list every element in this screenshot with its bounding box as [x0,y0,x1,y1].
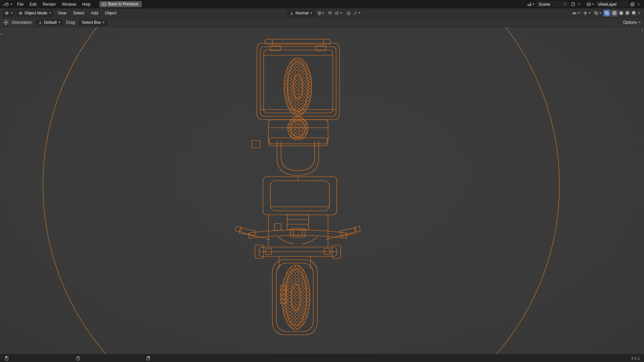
chevron-down-icon [49,12,51,14]
viewport-3d[interactable]: › ‹ [0,27,644,354]
snap-toggle-button[interactable] [326,10,333,16]
mouse-left-hint-icon [5,356,8,361]
orientation-label: Orientation: [12,20,33,25]
mouse-right-hint-icon [147,356,150,361]
close-icon [637,2,641,6]
blender-version: 3.4.1 [631,356,640,361]
topbar-right: Scene ViewLayer [526,1,641,7]
chevron-down-icon [578,12,580,14]
scene-canvas[interactable] [0,27,644,354]
falloff-icon [353,11,357,15]
viewport-header: Object Mode View Select Add Object Norma… [0,8,644,18]
scene-browse-button[interactable] [526,2,535,7]
drag-value: Select Box [82,20,101,25]
shading-solid-button[interactable] [618,10,624,16]
proportional-editing-toggle[interactable] [345,10,352,16]
snap-settings-dropdown[interactable] [333,10,343,16]
statusbar: 3.4.1 [0,354,644,362]
overlays-dropdown[interactable] [593,10,602,16]
shading-settings-dropdown[interactable] [637,10,641,16]
chevron-down-icon [592,4,594,5]
overlays-icon [594,11,598,15]
shading-rendered-icon [632,11,636,15]
toolbar-expand-arrow[interactable]: › [1,31,2,36]
chevron-down-icon [11,12,13,14]
chevron-down-icon [58,22,60,23]
shading-mode-group [611,10,641,16]
orientation-axis-icon [290,11,294,15]
wireframe-motorcycle[interactable] [235,39,360,335]
viewlayer-browse-button[interactable] [586,2,595,7]
object-visibility-dropdown[interactable] [571,10,581,16]
transform-orientation-dropdown[interactable]: Normal [287,10,315,17]
shading-wireframe-button[interactable] [611,10,618,16]
menu-view[interactable]: View [55,10,69,16]
shading-material-button[interactable] [625,10,631,16]
new-file-icon [571,2,575,6]
options-label: Options [623,20,637,25]
gizmos-dropdown[interactable] [582,10,592,16]
drag-label: Drag: [66,20,76,25]
back-to-previous-button[interactable]: Back to Previous [99,1,142,7]
pivot-point-dropdown[interactable] [317,11,324,15]
shading-rendered-button[interactable] [631,10,637,16]
tool-orientation-value: Default [44,20,57,25]
topbar: File Edit Render Window Help Back to Pre… [0,0,644,8]
xray-toggle-button[interactable] [603,10,610,16]
editor-type-button[interactable] [3,10,14,17]
scene-name-value: Scene [539,2,550,7]
remove-viewlayer-button[interactable] [636,2,641,6]
snap-target-icon [334,11,339,15]
drag-dropdown[interactable]: Select Box [79,19,107,26]
chevron-down-icon [10,4,12,5]
chevron-down-icon [103,22,105,23]
options-dropdown[interactable]: Options [623,20,641,25]
chevron-down-icon [322,12,324,14]
snap-controls [326,10,343,16]
object-mode-icon [18,11,23,15]
menu-file[interactable]: File [14,1,26,8]
copy-viewlayer-button[interactable] [630,2,635,7]
mode-label: Object Mode [24,11,47,15]
new-scene-button[interactable] [570,2,576,7]
menu-add[interactable]: Add [88,10,101,16]
viewlayer-name-value: ViewLayer [598,2,617,7]
viewlayer-name-field[interactable]: ViewLayer [596,1,629,7]
tool-settings-bar: Orientation: Default Drag: Select Box Op… [0,18,644,27]
header-right-cluster [571,10,641,16]
editor-type-icon [4,11,9,15]
active-tool-icon[interactable] [3,20,9,25]
menu-render[interactable]: Render [40,1,58,8]
back-to-previous-label: Back to Previous [108,2,139,6]
mode-dropdown[interactable]: Object Mode [16,10,54,17]
shading-material-icon [626,11,630,15]
pin-icon[interactable] [564,2,567,6]
menu-select[interactable]: Select [70,10,87,16]
magnet-icon [327,11,332,15]
tool-orientation-dropdown[interactable]: Default [36,19,63,26]
menu-object[interactable]: Object [102,10,119,16]
close-icon [578,2,581,6]
chevron-down-icon [589,12,591,14]
xray-icon [604,11,609,15]
unlink-scene-button[interactable] [577,2,582,6]
header-center-cluster: Normal [287,10,362,17]
pivot-icon [317,11,322,15]
duplicate-icon [630,2,635,6]
back-icon [102,2,106,6]
proportional-icon [346,11,351,15]
scene-name-field[interactable]: Scene [536,1,569,7]
blender-logo-icon[interactable] [3,2,9,7]
menu-help[interactable]: Help [79,1,93,8]
chevron-down-icon [599,12,601,14]
chevron-down-icon [340,12,342,14]
chevron-down-icon [639,22,641,23]
proportional-controls [345,10,361,16]
sidebar-expand-arrow[interactable]: ‹ [641,28,643,33]
chevron-down-icon [638,12,640,14]
shading-wireframe-icon [612,11,617,15]
transform-orientation-label: Normal [296,11,309,15]
menu-window[interactable]: Window [59,1,79,8]
proportional-falloff-dropdown[interactable] [352,10,361,16]
menu-edit[interactable]: Edit [27,1,39,8]
